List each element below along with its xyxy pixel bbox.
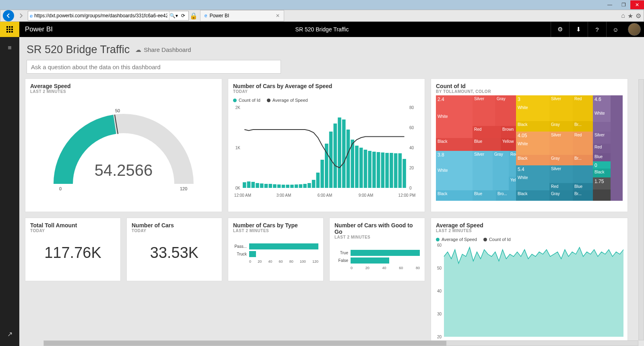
gauge-max: 120 — [180, 186, 187, 191]
forward-button[interactable] — [15, 10, 27, 21]
legend-speed: Average of Speed — [272, 98, 308, 103]
tile-title: Number of Cars — [132, 222, 217, 229]
menu-icon[interactable]: ≡ — [8, 44, 11, 51]
svg-rect-15 — [303, 184, 307, 188]
svg-rect-38 — [402, 159, 406, 188]
kpi-value: 117.76K — [25, 235, 120, 262]
url-input[interactable] — [34, 13, 167, 19]
browser-tab[interactable]: e Power BI ✕ — [200, 10, 284, 21]
tile-title: Number of Cars by Average of Speed — [233, 83, 420, 89]
window-titlebar: — ❐ ✕ — [0, 0, 644, 10]
share-dashboard-button[interactable]: ☁ Share Dashboard — [135, 46, 191, 54]
svg-rect-34 — [385, 153, 389, 188]
svg-text:60: 60 — [409, 126, 414, 130]
tab-close-icon[interactable]: ✕ — [276, 13, 280, 19]
svg-rect-33 — [381, 152, 385, 188]
tile-count-of-id[interactable]: Count of Id BY TOLLAMOUNT, COLOR 2.4 Whi… — [431, 78, 628, 212]
tile-cars-by-type[interactable]: Number of Cars by Type LAST 2 MINUTES Pa… — [228, 218, 324, 281]
svg-text:12:00 AM: 12:00 AM — [234, 193, 251, 198]
search-dropdown-icon[interactable]: 🔍▾ — [169, 11, 178, 20]
vertical-scrollbar[interactable] — [638, 79, 644, 340]
question-icon: ? — [595, 26, 599, 33]
download-icon: ⬇ — [576, 26, 581, 33]
tile-average-of-speed-area[interactable]: Average of Speed LAST 2 MINUTES Average … — [431, 218, 628, 346]
qna-input[interactable] — [27, 60, 281, 74]
tools-icon[interactable]: ⚙ — [636, 12, 641, 20]
gear-icon: ⚙ — [557, 26, 563, 33]
address-bar[interactable]: e 🔍▾ ⟳ — [28, 11, 189, 21]
svg-rect-24 — [342, 119, 346, 188]
home-icon[interactable]: ⌂ — [621, 12, 625, 20]
tile-total-toll[interactable]: Total Toll Amount TODAY 117.76K — [25, 218, 121, 281]
settings-button[interactable]: ⚙ — [551, 22, 569, 37]
tile-title: Count of Id — [436, 83, 623, 89]
svg-rect-17 — [312, 180, 316, 188]
smile-icon: ☺ — [613, 26, 619, 33]
tile-cars-good-to-go[interactable]: Number of Cars with Good to Go LAST 2 MI… — [329, 218, 425, 281]
maximize-button[interactable]: ❐ — [617, 0, 630, 9]
svg-rect-29 — [364, 150, 367, 188]
svg-text:0: 0 — [409, 186, 412, 190]
download-button[interactable]: ⬇ — [569, 22, 588, 37]
svg-rect-35 — [390, 153, 393, 188]
svg-text:60: 60 — [437, 243, 442, 247]
combo-chart: 2K1K0K80604020012:00 AM3:00 AM6:00 AM9:0… — [228, 103, 421, 200]
back-button[interactable] — [3, 10, 14, 21]
svg-rect-36 — [394, 153, 398, 188]
close-button[interactable]: ✕ — [630, 0, 644, 9]
dashboard-name-top: SR 520 Bridge Traffic — [295, 26, 349, 33]
svg-text:50: 50 — [437, 266, 442, 270]
brand-label: Power BI — [19, 25, 53, 33]
app-topbar: Power BI SR 520 Bridge Traffic ⚙ ⬇ ? ☺ — [0, 22, 644, 37]
svg-rect-37 — [398, 153, 402, 188]
svg-rect-7 — [268, 184, 272, 188]
svg-rect-6 — [264, 184, 268, 188]
tab-title: Power BI — [210, 13, 229, 19]
svg-rect-23 — [338, 117, 341, 188]
svg-text:20: 20 — [437, 335, 442, 339]
gauge-min: 0 — [59, 186, 62, 191]
treemap-chart: 2.4 White Black Silver Gray Red Brown Bl… — [436, 95, 623, 201]
svg-rect-11 — [286, 185, 289, 188]
svg-rect-1 — [243, 182, 246, 188]
svg-text:40: 40 — [437, 289, 442, 293]
tile-cars-by-speed[interactable]: Number of Cars by Average of Speed TODAY… — [228, 78, 425, 212]
help-button[interactable]: ? — [588, 22, 606, 37]
area-chart: 6050403020 — [431, 243, 627, 339]
tile-subtitle: LAST 2 MINUTES — [233, 229, 318, 233]
browser-toolbar: e 🔍▾ ⟳ 🔒 e Power BI ✕ ⌂ ★ ⚙ — [0, 10, 644, 22]
tile-number-of-cars[interactable]: Number of Cars TODAY 33.53K — [126, 218, 222, 281]
svg-rect-13 — [295, 185, 298, 188]
ie-icon: e — [204, 13, 207, 19]
svg-text:12:00 PM: 12:00 PM — [398, 193, 416, 198]
horizontal-scrollbar[interactable] — [43, 340, 638, 346]
svg-rect-30 — [368, 151, 372, 188]
kpi-value: 33.53K — [127, 235, 222, 262]
app-launcher-button[interactable] — [0, 22, 19, 37]
gauge-value: 54.2566 — [95, 161, 153, 179]
svg-rect-27 — [355, 146, 359, 188]
tile-subtitle: TODAY — [233, 89, 420, 94]
svg-rect-12 — [290, 185, 294, 188]
expand-icon[interactable]: ↗ — [7, 330, 12, 338]
minimize-button[interactable]: — — [603, 0, 617, 9]
user-avatar[interactable] — [628, 23, 641, 36]
svg-rect-14 — [299, 184, 303, 188]
svg-text:9:00 AM: 9:00 AM — [359, 193, 374, 198]
svg-text:0K: 0K — [235, 186, 241, 190]
svg-rect-10 — [282, 185, 285, 188]
svg-text:6:00 AM: 6:00 AM — [318, 193, 332, 198]
favorites-icon[interactable]: ★ — [627, 12, 633, 20]
svg-rect-22 — [333, 124, 337, 188]
svg-text:40: 40 — [409, 146, 414, 150]
tile-title: Average Speed — [30, 83, 217, 89]
feedback-button[interactable]: ☺ — [606, 22, 625, 37]
svg-rect-28 — [359, 148, 363, 188]
svg-rect-32 — [377, 152, 380, 188]
svg-text:20: 20 — [409, 166, 414, 170]
refresh-button[interactable]: ⟳ — [180, 13, 187, 19]
legend-count: Count of Id — [239, 98, 260, 103]
tile-average-speed[interactable]: Average Speed LAST 2 MINUTES 50 0 120 54… — [25, 78, 222, 212]
svg-rect-25 — [347, 130, 350, 188]
tile-subtitle: BY TOLLAMOUNT, COLOR — [436, 89, 623, 94]
